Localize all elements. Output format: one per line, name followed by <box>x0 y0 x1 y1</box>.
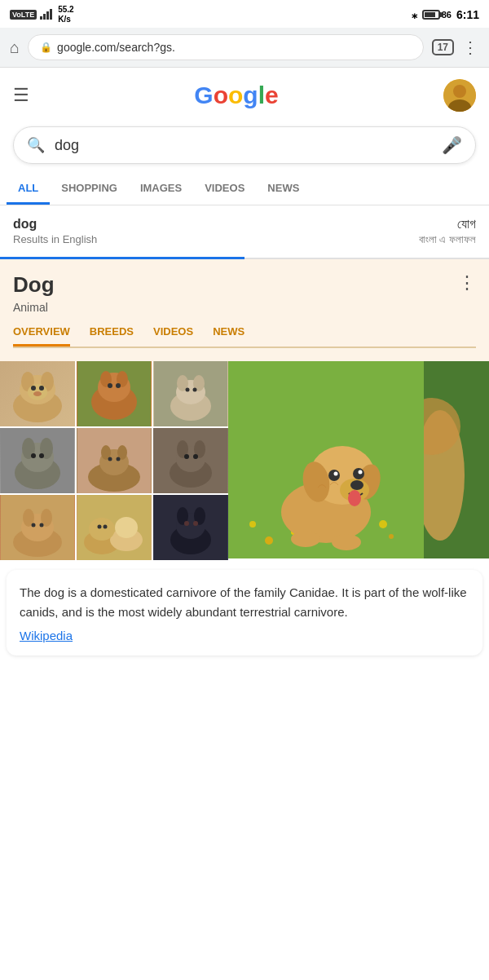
kp-tab-videos[interactable]: VIDEOS <box>153 325 193 347</box>
svg-point-28 <box>193 388 197 392</box>
svg-point-21 <box>116 383 121 388</box>
browser-bar: ⌂ 🔒 google.com/search?gs. 17 ⋮ <box>0 28 489 68</box>
search-bar[interactable]: 🔍 dog 🎤 <box>13 126 476 164</box>
side-dog-image[interactable] <box>424 361 489 558</box>
svg-point-70 <box>193 521 198 526</box>
wikipedia-link[interactable]: Wikipedia <box>20 629 469 642</box>
kp-tab-news[interactable]: NEWS <box>213 325 244 347</box>
search-icon: 🔍 <box>27 136 45 154</box>
tab-count[interactable]: 17 <box>432 39 454 55</box>
dog-image-7[interactable] <box>0 495 75 560</box>
wifi-speed: 55.2K/s <box>58 5 73 24</box>
logo-l: l <box>258 82 265 109</box>
svg-rect-2 <box>46 11 49 20</box>
dog-image-3[interactable] <box>153 361 228 426</box>
svg-point-85 <box>353 468 364 479</box>
svg-point-77 <box>379 520 387 528</box>
home-icon[interactable]: ⌂ <box>10 38 20 57</box>
svg-point-49 <box>193 454 198 459</box>
image-grid-container[interactable] <box>0 361 489 560</box>
logo-e: e <box>265 82 279 109</box>
status-bar: VoLTE 55.2K/s ⁎ 86 6:11 <box>0 0 489 28</box>
menu-dots-icon[interactable]: ⋮ <box>462 38 479 57</box>
kp-tab-overview[interactable]: OVERVIEW <box>13 325 70 347</box>
search-tabs: ALL SHOPPING IMAGES VIDEOS NEWS <box>0 174 489 205</box>
search-query[interactable]: dog <box>55 137 432 154</box>
clock: 6:11 <box>456 8 479 21</box>
tab-shopping[interactable]: SHOPPING <box>50 174 129 205</box>
dog-image-5[interactable] <box>77 428 152 493</box>
svg-rect-1 <box>43 14 46 20</box>
svg-point-69 <box>184 521 189 526</box>
svg-point-56 <box>40 523 44 528</box>
svg-point-86 <box>334 472 338 476</box>
svg-point-90 <box>332 534 361 550</box>
lang-bengali[interactable]: যোগ বাংলা এ ফলাফল <box>244 205 489 258</box>
kp-tab-breeds[interactable]: BREEDS <box>90 325 134 347</box>
kp-more-icon[interactable]: ⋮ <box>458 272 476 294</box>
dog-image-1[interactable] <box>0 361 75 426</box>
svg-point-62 <box>98 525 102 529</box>
logo-o1: o <box>214 82 228 109</box>
battery-percent: 86 <box>442 10 452 20</box>
svg-point-13 <box>39 386 44 391</box>
status-left: VoLTE 55.2K/s <box>10 5 74 24</box>
svg-point-76 <box>389 534 394 539</box>
svg-point-27 <box>186 388 190 392</box>
logo-o2: o <box>228 82 243 109</box>
tab-news[interactable]: NEWS <box>256 174 311 205</box>
bluetooth-icon: ⁎ <box>412 8 417 21</box>
url-text: google.com/search?gs. <box>57 41 412 54</box>
svg-point-61 <box>115 517 138 538</box>
image-collage <box>0 361 228 560</box>
signal-strength <box>40 8 55 22</box>
knowledge-panel: Dog Animal ⋮ OVERVIEW BREEDS VIDEOS NEWS <box>0 259 489 361</box>
svg-rect-3 <box>50 9 52 20</box>
tab-videos[interactable]: VIDEOS <box>193 174 256 205</box>
wikipedia-snippet: The dog is a domesticated carnivore of t… <box>7 570 482 656</box>
svg-point-63 <box>104 525 108 529</box>
logo-g: G <box>194 82 213 109</box>
svg-point-5 <box>453 85 466 98</box>
svg-point-41 <box>108 457 112 461</box>
tab-all[interactable]: ALL <box>7 174 50 205</box>
svg-rect-0 <box>40 16 42 20</box>
kp-subtitle: Animal <box>13 301 55 314</box>
google-header: ☰ G o o g l e <box>0 68 489 123</box>
dog-image-4[interactable] <box>0 428 75 493</box>
lang-english[interactable]: dog Results in English <box>0 205 244 259</box>
svg-point-14 <box>33 391 42 396</box>
svg-point-60 <box>89 518 115 541</box>
google-logo: G o o g l e <box>194 82 278 109</box>
dog-image-2[interactable] <box>77 361 152 426</box>
battery-indicator: 86 <box>422 10 452 20</box>
lang-bengali-label: বাংলা এ ফলাফল <box>258 233 476 246</box>
svg-point-55 <box>32 523 36 528</box>
svg-point-42 <box>117 457 121 461</box>
microphone-icon[interactable]: 🎤 <box>442 135 462 155</box>
url-bar[interactable]: 🔒 google.com/search?gs. <box>28 34 424 60</box>
lang-english-label: Results in English <box>13 233 231 245</box>
volte-badge: VoLTE <box>10 10 37 20</box>
lang-english-query: dog <box>13 217 231 232</box>
kp-title-block: Dog Animal <box>13 272 55 314</box>
avatar[interactable] <box>443 79 476 112</box>
kp-tabs: OVERVIEW BREEDS VIDEOS NEWS <box>13 325 476 348</box>
svg-point-48 <box>184 454 189 459</box>
language-switcher: dog Results in English যোগ বাংলা এ ফলাফল <box>0 205 489 259</box>
main-dog-image[interactable] <box>228 361 424 558</box>
svg-point-12 <box>31 386 36 391</box>
tab-images[interactable]: IMAGES <box>129 174 193 205</box>
hamburger-menu-icon[interactable]: ☰ <box>13 85 29 106</box>
dog-image-9[interactable] <box>153 495 228 560</box>
lang-bengali-query: যোগ <box>258 217 476 232</box>
wiki-text: The dog is a domesticated carnivore of t… <box>20 583 469 622</box>
svg-point-89 <box>291 531 320 547</box>
svg-point-74 <box>265 536 273 545</box>
svg-point-84 <box>328 470 340 481</box>
dog-image-8[interactable] <box>77 495 152 560</box>
lock-icon: 🔒 <box>40 42 52 53</box>
kp-title: Dog <box>13 272 55 298</box>
dog-image-6[interactable] <box>153 428 228 493</box>
svg-point-83 <box>350 480 363 490</box>
